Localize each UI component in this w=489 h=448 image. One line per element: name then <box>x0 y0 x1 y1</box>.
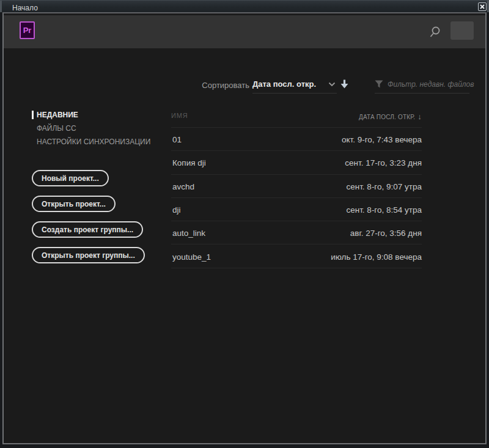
new-project-button[interactable]: Новый проект... <box>32 170 109 186</box>
chevron-down-icon <box>328 82 336 87</box>
recent-files-table: ИМЯ ДАТА ПОСЛ. ОТКР.↓ 01 окт. 9-го, 7:43… <box>171 109 422 268</box>
profile-avatar[interactable] <box>450 21 474 40</box>
close-icon <box>480 4 485 9</box>
table-row[interactable]: 01 окт. 9-го, 7:43 вечера <box>171 128 422 151</box>
filter-placeholder: Фильтр. недавн. файлов <box>388 80 474 89</box>
table-row[interactable]: Копия dji сент. 17-го, 3:23 дня <box>171 151 422 174</box>
sidebar-item-cc-files[interactable]: ФАЙЛЫ CC <box>32 122 150 135</box>
column-header-name[interactable]: ИМЯ <box>171 112 188 119</box>
sidebar-item-sync-settings[interactable]: НАСТРОЙКИ СИНХРОНИЗАЦИИ <box>32 135 150 149</box>
filter-icon <box>375 80 383 88</box>
sort-arrow-icon: ↓ <box>417 112 422 121</box>
window-titlebar[interactable]: Начало <box>0 0 489 12</box>
table-row[interactable]: dji сент. 8-го, 8:54 утра <box>171 198 422 221</box>
search-icon[interactable] <box>428 26 441 39</box>
open-team-project-button[interactable]: Открыть проект группы... <box>32 247 145 263</box>
premiere-start-window: Начало Pr Сортировать Дата посл. откр. Ф… <box>0 0 489 448</box>
premiere-logo: Pr <box>20 21 35 39</box>
project-buttons: Новый проект...Открыть проект...Создать … <box>32 170 145 263</box>
sort-dropdown[interactable]: Дата посл. откр. <box>252 78 337 94</box>
new-team-project-button[interactable]: Создать проект группы... <box>32 221 143 238</box>
filter-input[interactable]: Фильтр. недавн. файлов <box>375 78 469 94</box>
premiere-logo-text: Pr <box>23 26 32 35</box>
sidebar-item-recent[interactable]: НЕДАВНИЕ <box>32 108 150 122</box>
sort-direction-icon[interactable] <box>340 79 349 89</box>
sort-label: Сортировать <box>158 81 249 90</box>
sidebar-nav: НЕДАВНИЕФАЙЛЫ CCНАСТРОЙКИ СИНХРОНИЗАЦИИ <box>32 108 150 149</box>
window-body: Pr Сортировать Дата посл. откр. Фильтр. … <box>2 12 487 444</box>
table-row[interactable]: youtube_1 июль 17-го, 9:08 вечера <box>171 244 422 268</box>
table-row[interactable]: avchd сент. 8-го, 9:07 утра <box>171 175 422 198</box>
column-header-date-label: ДАТА ПОСЛ. ОТКР. <box>359 114 415 120</box>
table-row[interactable]: auto_link авг. 27-го, 3:56 дня <box>171 221 422 244</box>
column-header-date[interactable]: ДАТА ПОСЛ. ОТКР.↓ <box>359 112 422 121</box>
table-body: 01 окт. 9-го, 7:43 вечера Копия dji сент… <box>171 128 422 268</box>
sort-dropdown-value: Дата посл. откр. <box>252 79 316 89</box>
window-close-button[interactable] <box>478 2 487 11</box>
window-title: Начало <box>12 4 38 12</box>
open-project-button[interactable]: Открыть проект... <box>32 196 116 212</box>
app-header: Pr <box>4 15 485 48</box>
table-header: ИМЯ ДАТА ПОСЛ. ОТКР.↓ <box>171 109 422 128</box>
